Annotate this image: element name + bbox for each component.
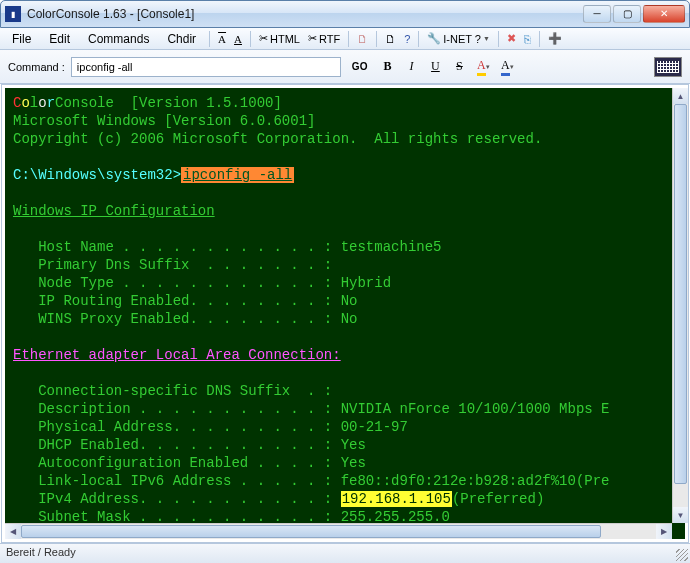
close-button[interactable]: ✕	[643, 5, 685, 23]
inet-dropdown[interactable]: 🔧I-NET ? ▼	[424, 30, 493, 47]
help-button[interactable]: ?	[401, 31, 413, 47]
help-icon: ?	[404, 33, 410, 45]
strike-button[interactable]: S	[450, 58, 468, 76]
separator	[376, 31, 377, 47]
delete-icon: ✖	[507, 32, 516, 45]
separator	[348, 31, 349, 47]
menu-file[interactable]: File	[4, 30, 39, 48]
scroll-thumb[interactable]	[674, 104, 687, 484]
keyboard-icon[interactable]	[654, 57, 682, 77]
app-icon: ▮	[5, 6, 21, 22]
command-bar: Command : GO B I U S A▾ A▾	[0, 50, 690, 84]
copy-button[interactable]: ⎘	[521, 31, 534, 47]
horizontal-scrollbar[interactable]: ◀ ▶	[5, 523, 672, 539]
new-doc-button[interactable]: 🗋	[382, 31, 399, 47]
plus-icon: ➕	[548, 32, 562, 45]
scroll-thumb[interactable]	[21, 525, 601, 538]
export-html-button[interactable]: ✂HTML	[256, 30, 303, 47]
font-decrease-button[interactable]: A	[215, 31, 229, 47]
separator	[498, 31, 499, 47]
toolbar-icon-1[interactable]: 🗋	[354, 31, 371, 47]
font-color-icon: A	[501, 58, 510, 76]
scroll-up-button[interactable]: ▲	[673, 88, 688, 104]
menubar: File Edit Commands Chdir A A ✂HTML ✂RTF …	[0, 28, 690, 50]
italic-button[interactable]: I	[402, 58, 420, 76]
console-output[interactable]: ColorConsole [Version 1.5.1000] Microsof…	[5, 88, 685, 539]
separator	[539, 31, 540, 47]
go-button[interactable]: GO	[347, 59, 373, 74]
menu-commands[interactable]: Commands	[80, 30, 157, 48]
console-area: ColorConsole [Version 1.5.1000] Microsof…	[1, 84, 689, 543]
separator	[418, 31, 419, 47]
export-rtf-button[interactable]: ✂RTF	[305, 30, 343, 47]
maximize-button[interactable]: ▢	[613, 5, 641, 23]
statusbar: Bereit / Ready	[0, 543, 690, 563]
separator	[250, 31, 251, 47]
scroll-right-button[interactable]: ▶	[656, 524, 672, 539]
titlebar: ▮ ColorConsole 1.63 - [Console1] ─ ▢ ✕	[0, 0, 690, 28]
wrench-icon: 🔧	[427, 32, 441, 45]
bold-button[interactable]: B	[378, 58, 396, 76]
highlight-button[interactable]: A▾	[474, 58, 492, 76]
scroll-down-button[interactable]: ▼	[673, 507, 688, 523]
scroll-left-button[interactable]: ◀	[5, 524, 21, 539]
resize-grip[interactable]	[676, 549, 688, 561]
font-increase-button[interactable]: A	[231, 31, 245, 47]
vertical-scrollbar[interactable]: ▲ ▼	[672, 88, 688, 523]
page-icon: 🗋	[385, 33, 396, 45]
window-controls: ─ ▢ ✕	[583, 5, 685, 23]
minimize-button[interactable]: ─	[583, 5, 611, 23]
add-button[interactable]: ➕	[545, 30, 565, 47]
delete-button[interactable]: ✖	[504, 30, 519, 47]
command-input[interactable]	[71, 57, 341, 77]
status-text: Bereit / Ready	[6, 546, 76, 558]
highlight-icon: A	[477, 58, 486, 76]
chevron-down-icon: ▾	[486, 63, 490, 71]
font-color-button[interactable]: A▾	[498, 58, 516, 76]
separator	[209, 31, 210, 47]
copy-icon: ⎘	[524, 33, 531, 45]
underline-button[interactable]: U	[426, 58, 444, 76]
document-icon: 🗋	[357, 33, 368, 45]
window-title: ColorConsole 1.63 - [Console1]	[27, 7, 583, 21]
scissors-icon: ✂	[259, 32, 268, 45]
menu-chdir[interactable]: Chdir	[159, 30, 204, 48]
scissors-icon: ✂	[308, 32, 317, 45]
command-label: Command :	[8, 61, 65, 73]
chevron-down-icon: ▼	[483, 35, 490, 42]
chevron-down-icon: ▾	[510, 63, 514, 71]
menu-edit[interactable]: Edit	[41, 30, 78, 48]
